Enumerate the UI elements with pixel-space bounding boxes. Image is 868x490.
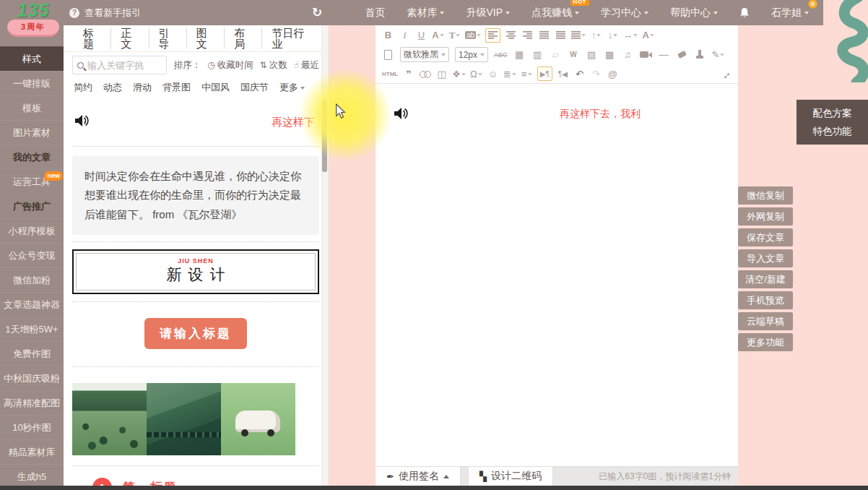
tag-simple[interactable]: 简约 bbox=[74, 81, 92, 94]
tag-background[interactable]: 背景图 bbox=[162, 81, 191, 94]
video-icon[interactable] bbox=[640, 48, 652, 62]
insert-template-icon[interactable]: ❖ bbox=[452, 66, 466, 81]
image-icon[interactable]: ▨ bbox=[586, 48, 598, 62]
emoji-icon[interactable]: ☺ bbox=[487, 66, 499, 81]
sidebar-item-generate-h5[interactable]: 生成h5 bbox=[0, 464, 64, 489]
word-import-icon[interactable]: W bbox=[568, 48, 580, 62]
sidebar-item-gain-fans[interactable]: 1天增粉5W+ bbox=[0, 317, 64, 341]
align-center-icon[interactable] bbox=[505, 28, 517, 43]
tag-more[interactable]: 更多 bbox=[279, 81, 305, 94]
nav-home[interactable]: 首页 bbox=[365, 7, 385, 20]
sort-by-favorite-time[interactable]: ◷收藏时间 bbox=[207, 59, 253, 72]
panel-scrollbar[interactable] bbox=[321, 25, 328, 486]
wechat-copy-button[interactable]: 微信复制 bbox=[738, 186, 793, 205]
sidebar-item-10s-design[interactable]: 10秒作图 bbox=[0, 415, 64, 439]
sidebar-item-styles[interactable]: 样式 bbox=[0, 46, 64, 71]
eraser-icon[interactable] bbox=[676, 48, 688, 62]
color-scheme-link[interactable]: 配色方案 bbox=[797, 107, 868, 120]
sidebar-item-festival-fans[interactable]: 中秋国庆吸粉 bbox=[0, 366, 64, 390]
scrollbar-thumb[interactable] bbox=[322, 100, 327, 172]
italic-icon[interactable]: I bbox=[399, 28, 411, 43]
strikethrough-icon[interactable]: ABC bbox=[494, 48, 508, 62]
sort-by-recent[interactable]: ☝最近 bbox=[294, 59, 319, 72]
refresh-icon[interactable]: ↻ bbox=[312, 0, 322, 25]
new-document-icon[interactable] bbox=[382, 48, 394, 62]
text-direction-icon[interactable]: A bbox=[642, 28, 654, 43]
sidebar-item-miniprogram-template[interactable]: 小程序模板 bbox=[0, 218, 64, 243]
tab-guide[interactable]: 引导 bbox=[149, 27, 187, 49]
align-justify-icon[interactable] bbox=[538, 28, 550, 43]
sidebar-item-hd-images[interactable]: 高清精准配图 bbox=[0, 390, 64, 415]
enter-title-button[interactable]: 请输入标题 bbox=[144, 318, 247, 349]
highlight-icon[interactable]: ab bbox=[465, 28, 481, 43]
nav-earn-money[interactable]: 点我赚钱HOT bbox=[531, 7, 579, 20]
style-card-images[interactable] bbox=[72, 383, 319, 455]
sidebar-item-one-click-layout[interactable]: 一键排版 bbox=[0, 71, 64, 95]
image-table-icon[interactable]: ▥ bbox=[531, 48, 544, 62]
gallery-icon[interactable]: ▩ bbox=[604, 48, 616, 62]
sidebar-item-my-articles[interactable]: 我的文章 bbox=[0, 145, 64, 169]
font-color-icon[interactable]: A bbox=[432, 28, 444, 43]
tab-layout[interactable]: 布局 bbox=[225, 27, 262, 49]
music-icon[interactable]: ♫ bbox=[622, 48, 634, 62]
magic-pen-icon[interactable]: ✎ bbox=[712, 48, 725, 62]
special-features-link[interactable]: 特色功能 bbox=[797, 125, 868, 138]
site-logo[interactable]: 135 3周年 bbox=[4, 1, 62, 44]
align-right-icon[interactable] bbox=[521, 28, 534, 43]
notification-bell-icon[interactable] bbox=[739, 7, 750, 19]
font-family-select[interactable]: 微软雅黑 bbox=[400, 47, 449, 62]
horizontal-rule-icon[interactable]: — bbox=[658, 48, 670, 62]
tab-festival[interactable]: 节日行业 bbox=[262, 27, 318, 49]
save-article-button[interactable]: 保存文章 bbox=[738, 228, 793, 246]
style-card-design-box[interactable]: JIU SHEN 新设计 bbox=[72, 249, 319, 294]
nav-material-library[interactable]: 素材库 bbox=[407, 7, 444, 20]
tag-national-day[interactable]: 国庆节 bbox=[240, 81, 269, 94]
clear-new-button[interactable]: 清空/新建 bbox=[738, 270, 793, 288]
design-qrcode-tab[interactable]: ▚ 设计二维码 bbox=[468, 467, 553, 486]
nav-help-center[interactable]: 帮助中心 bbox=[670, 7, 718, 20]
use-signature-tab[interactable]: ✒ 使用签名 bbox=[376, 467, 461, 486]
sidebar-item-operation-tools[interactable]: 运营工具new bbox=[0, 169, 64, 194]
html-source-icon[interactable]: HTML bbox=[382, 66, 398, 81]
sidebar-item-premium-library[interactable]: 精品素材库 bbox=[0, 439, 64, 464]
link-icon[interactable] bbox=[419, 66, 431, 81]
underline-icon[interactable]: U bbox=[415, 28, 428, 43]
tab-title[interactable]: 标题 bbox=[74, 27, 111, 49]
mobile-preview-button[interactable]: 手机预览 bbox=[738, 291, 793, 309]
nav-learning-center[interactable]: 学习中心 bbox=[601, 7, 648, 20]
user-menu[interactable]: 石学姐V bbox=[771, 7, 809, 20]
search-input[interactable] bbox=[87, 60, 162, 71]
tag-dynamic[interactable]: 动态 bbox=[103, 81, 122, 94]
letter-spacing-icon[interactable]: ↔ bbox=[623, 28, 638, 43]
newbie-guide[interactable]: ? 查看新手指引 bbox=[69, 7, 141, 20]
external-copy-button[interactable]: 外网复制 bbox=[738, 207, 793, 225]
outdent-icon[interactable] bbox=[571, 28, 586, 43]
tag-chinese-style[interactable]: 中国风 bbox=[201, 81, 230, 94]
editor-content[interactable]: 再这样下去，我利 bbox=[376, 84, 738, 466]
ordered-list-icon[interactable]: ≣ bbox=[503, 66, 516, 81]
sidebar-item-topic-tool[interactable]: 文章选题神器 bbox=[0, 292, 64, 317]
sidebar-item-templates[interactable]: 模板 bbox=[0, 95, 64, 120]
text-card-icon[interactable]: ◫ bbox=[435, 66, 448, 81]
ltr-paragraph-icon[interactable]: ▶¶ bbox=[537, 66, 552, 81]
paragraph-spacing-icon[interactable]: ↑ bbox=[590, 28, 602, 43]
more-features-button[interactable]: 更多功能 bbox=[738, 333, 793, 351]
style-card-audio[interactable]: 再这样下 bbox=[64, 101, 328, 146]
fullscreen-icon[interactable]: ↔ bbox=[719, 66, 732, 81]
tab-body[interactable]: 正文 bbox=[111, 27, 149, 49]
blockquote-icon[interactable]: ❞ bbox=[402, 66, 415, 81]
import-article-button[interactable]: 导入文章 bbox=[738, 249, 793, 267]
line-height-icon[interactable]: ↓ bbox=[607, 28, 619, 43]
rtl-paragraph-icon[interactable]: ¶◀ bbox=[557, 66, 569, 81]
speaker-icon[interactable] bbox=[393, 106, 409, 121]
sidebar-item-account-monetize[interactable]: 公众号变现 bbox=[0, 243, 64, 267]
indent-icon[interactable] bbox=[555, 28, 567, 43]
tag-slide[interactable]: 滑动 bbox=[133, 81, 152, 94]
clean-format-icon[interactable] bbox=[694, 48, 706, 62]
text-style-icon[interactable]: T bbox=[448, 28, 461, 43]
cloud-draft-button[interactable]: 云端草稿 bbox=[738, 312, 793, 330]
nav-upgrade-vip[interactable]: 升级VIP bbox=[466, 7, 510, 20]
table-icon[interactable]: ▦ bbox=[513, 48, 526, 62]
tab-image-text[interactable]: 图文 bbox=[187, 27, 225, 49]
sidebar-item-free-design[interactable]: 免费作图 bbox=[0, 341, 64, 366]
